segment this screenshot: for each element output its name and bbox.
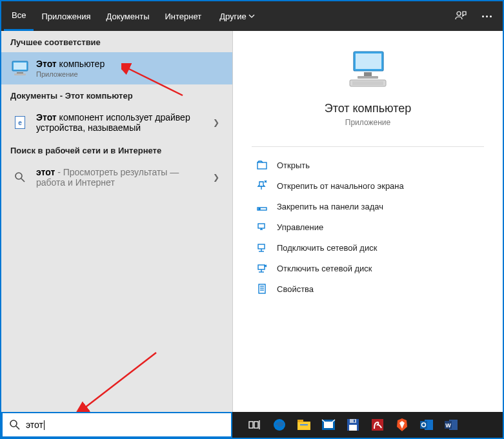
web-search-header: Поиск в рабочей сети и в Интернете <box>1 139 232 161</box>
svg-rect-24 <box>258 244 265 249</box>
result-bold: Этот <box>36 112 57 122</box>
taskbar: этот W <box>1 412 503 438</box>
result-rest: компьютер <box>57 59 105 69</box>
word-icon[interactable]: W <box>440 414 462 436</box>
svg-rect-8 <box>356 54 381 69</box>
result-text: Этот компьютер Приложение <box>36 59 223 78</box>
preview-title: Этот компьютер <box>325 102 412 115</box>
actions-list: Открыть Открепить от начального экрана З… <box>233 155 503 299</box>
results-panel: Лучшее соответствие Этот компьютер Прило… <box>1 31 232 412</box>
svg-point-5 <box>15 173 22 179</box>
tab-more-label: Другие <box>219 12 247 21</box>
action-label: Свойства <box>277 284 314 294</box>
svg-rect-52 <box>350 419 356 423</box>
result-rest: - Просмотреть результаты — работа и Инте… <box>36 167 179 188</box>
divider <box>252 146 483 147</box>
svg-rect-27 <box>258 265 265 269</box>
svg-rect-43 <box>254 422 258 428</box>
action-pin-taskbar[interactable]: Закрепить на панели задач <box>255 196 503 217</box>
svg-rect-47 <box>297 420 303 422</box>
search-box[interactable]: этот <box>1 412 232 438</box>
svg-rect-10 <box>358 76 378 79</box>
svg-rect-3 <box>17 72 23 73</box>
outlook-icon[interactable] <box>416 414 438 436</box>
chevron-right-icon[interactable]: ❯ <box>209 173 223 182</box>
result-document[interactable]: e Этот компонент использует драйвер устр… <box>1 106 232 139</box>
result-rest: компонент использует драйвер устройства,… <box>36 112 190 133</box>
map-drive-icon <box>255 242 269 253</box>
taskbar-icons: W <box>232 414 462 436</box>
edge-icon[interactable] <box>268 414 290 436</box>
pin-taskbar-icon <box>255 200 269 212</box>
action-properties[interactable]: Свойства <box>255 278 503 299</box>
preview-this-pc-icon <box>345 49 391 93</box>
action-label: Открепить от начального экрана <box>277 181 404 191</box>
result-web-search[interactable]: этот - Просмотреть результаты — работа и… <box>1 161 232 194</box>
action-disconnect-drive[interactable]: Отключить сетевой диск <box>255 258 503 278</box>
svg-rect-20 <box>259 208 260 210</box>
best-match-header: Лучшее соответствие <box>1 31 232 52</box>
result-bold: Этот <box>36 59 57 69</box>
svg-rect-32 <box>259 284 265 293</box>
svg-rect-57 <box>420 421 427 429</box>
feedback-icon[interactable] <box>450 5 472 27</box>
chevron-down-icon <box>248 14 255 18</box>
action-map-drive[interactable]: Подключить сетевой диск <box>255 237 503 258</box>
search-icon <box>9 419 21 431</box>
search-value: этот <box>26 420 43 430</box>
file-explorer-icon[interactable] <box>293 414 315 436</box>
save-icon[interactable] <box>342 414 364 436</box>
search-tabs: Все Приложения Документы Интернет Другие <box>1 1 503 31</box>
tab-internet[interactable]: Интернет <box>157 3 209 30</box>
tabs-right-controls <box>450 5 498 27</box>
result-bold: этот <box>36 167 55 177</box>
tab-more[interactable]: Другие <box>212 3 263 30</box>
svg-rect-15 <box>257 162 267 169</box>
action-label: Подключить сетевой диск <box>277 243 377 253</box>
manage-icon <box>255 221 269 233</box>
mail-icon[interactable] <box>318 414 339 436</box>
result-text: Этот компонент использует драйвер устрой… <box>36 112 209 133</box>
svg-rect-21 <box>258 224 265 228</box>
svg-rect-53 <box>349 425 357 431</box>
svg-rect-9 <box>364 72 372 76</box>
task-view-icon[interactable] <box>244 414 266 436</box>
svg-text:W: W <box>445 422 451 429</box>
document-icon: e <box>10 114 30 131</box>
adobe-reader-icon[interactable] <box>367 414 388 436</box>
tab-documents[interactable]: Документы <box>98 3 157 30</box>
brave-icon[interactable] <box>391 414 413 436</box>
tab-apps[interactable]: Приложения <box>34 3 98 30</box>
svg-rect-54 <box>354 420 355 422</box>
this-pc-icon <box>10 60 30 77</box>
svg-rect-50 <box>324 422 333 428</box>
svg-point-40 <box>10 420 17 427</box>
action-label: Управление <box>277 222 323 232</box>
properties-icon <box>255 283 269 295</box>
svg-rect-2 <box>14 63 26 70</box>
svg-rect-48 <box>300 424 308 425</box>
action-label: Открыть <box>277 161 310 170</box>
chevron-right-icon[interactable]: ❯ <box>209 118 223 127</box>
search-icon <box>10 169 30 186</box>
preview-subtitle: Приложение <box>345 118 390 127</box>
result-text: этот - Просмотреть результаты — работа и… <box>36 167 209 188</box>
open-icon <box>255 159 269 171</box>
action-label: Отключить сетевой диск <box>277 264 372 273</box>
search-input[interactable]: этот <box>26 420 225 431</box>
action-manage[interactable]: Управление <box>255 217 503 237</box>
result-this-pc[interactable]: Этот компьютер Приложение <box>1 52 232 84</box>
documents-header: Документы - Этот компьютер <box>1 84 232 106</box>
unpin-icon <box>255 180 269 191</box>
action-label: Закрепить на панели задач <box>277 202 383 211</box>
preview-panel: Этот компьютер Приложение Открыть Откреп… <box>232 31 503 412</box>
tab-all[interactable]: Все <box>4 1 34 31</box>
result-sub: Приложение <box>36 70 223 78</box>
action-open[interactable]: Открыть <box>255 155 503 175</box>
more-options-icon[interactable] <box>476 5 498 27</box>
action-unpin-start[interactable]: Открепить от начального экрана <box>255 175 503 196</box>
svg-rect-42 <box>249 422 253 428</box>
search-content: Лучшее соответствие Этот компьютер Прило… <box>1 31 503 412</box>
svg-line-6 <box>21 179 25 182</box>
svg-rect-4 <box>14 73 26 75</box>
